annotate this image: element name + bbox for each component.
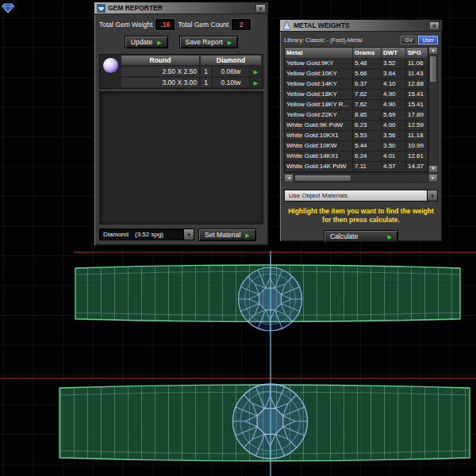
metal-spg: 12.61 [406,152,428,162]
gem-row-select-button[interactable]: ▶ [250,77,262,88]
table-row[interactable]: Yellow Gold:18KY R... 7.62 4.90 15.41 [285,100,428,110]
gem-table: Round Diamond 2.50 X 2.50 1 0.06tw ▶ 3.0… [99,54,263,89]
table-row[interactable]: White Gold:9K PdW 6.23 4.00 12.59 [285,121,428,131]
table-row[interactable]: Yellow Gold:22KY 8.85 5.69 17.89 [285,110,428,121]
metal-grams: 5.53 [353,131,382,141]
gem-reporter-titlebar[interactable]: GEM REPORTER × [94,2,268,14]
table-row[interactable]: Yellow Gold:9KY 5.48 3.52 11.06 [285,59,428,69]
total-gem-count-label: Total Gem Count [178,21,228,29]
metal-dwt: 4.10 [382,79,406,90]
metal-grams: 5.44 [353,141,382,152]
user-button[interactable]: User [418,36,438,44]
play-icon: ▶ [254,69,258,75]
library-row: Library: Classic - (Fast)-Metal GV User [284,34,438,47]
metal-dwt: 3.52 [382,59,406,69]
report-output-area [99,91,263,225]
gem-row-total-weight[interactable]: 0.10tw [212,77,250,88]
metal-dwt: 4.90 [382,90,406,100]
metal-grams: 6.23 [353,121,382,131]
column-header-round[interactable]: Round [121,55,200,66]
metal-dwt: 3.50 [382,141,406,152]
table-row[interactable]: Yellow Gold:10KY 5.66 3.64 11.43 [285,69,428,79]
metal-weights-window: METAL WEIGHTS × Library: Classic - (Fast… [279,19,443,242]
scroll-thumb[interactable] [429,56,437,83]
vertical-scrollbar[interactable]: ▲ ▼ [428,47,438,173]
metal-grams: 7.11 [353,162,382,172]
metal-dwt: 4.00 [382,121,406,131]
metal-spg: 12.88 [406,79,428,90]
metal-spg: 11.18 [406,131,428,141]
metal-dwt: 4.90 [382,100,406,110]
gv-button[interactable]: GV [401,36,416,44]
scroll-track[interactable] [428,55,438,165]
close-icon[interactable]: × [429,21,440,30]
instruction-text: Highlight the item you want to find the … [286,207,436,225]
metal-grams: 7.62 [353,100,382,110]
metal-dwt: 4.57 [382,162,406,172]
material-spg: (3.52 spg) [135,231,163,238]
chevron-down-icon[interactable]: ▼ [183,229,194,240]
save-report-button[interactable]: Save Report ▶ [179,36,239,48]
gem-reporter-buttons: Update ▶ Save Report ▶ [99,34,263,54]
horizontal-scrollbar[interactable]: ◄ ► [284,174,438,182]
close-icon[interactable]: × [255,4,266,13]
metal-name: White Gold:14KX1 [285,152,353,162]
scroll-thumb[interactable] [294,175,351,182]
use-object-materials-dropdown[interactable]: Use Object Materials ▼ [284,190,438,202]
gem-reporter-body: Total Gem Weight .16 Total Gem Count 2 U… [94,14,268,245]
update-button-label: Update [131,38,152,46]
gem-row-total-weight[interactable]: 0.06tw [212,66,250,77]
metal-weights-titlebar[interactable]: METAL WEIGHTS × [280,20,442,32]
column-header-dwt[interactable]: DWT [382,48,406,59]
metal-dwt: 5.69 [382,110,406,121]
update-button[interactable]: Update ▶ [125,36,168,48]
total-gem-weight-value[interactable]: .16 [155,19,175,30]
play-icon: ▶ [254,80,258,86]
calculate-button[interactable]: Calculate ▶ [324,230,398,243]
metal-spg: 11.43 [406,69,428,79]
table-row[interactable]: Yellow Gold:18KY 7.62 4.90 15.41 [285,90,428,100]
column-header-grams[interactable]: Grams [353,48,382,59]
table-row[interactable]: White Gold:10KW 5.44 3.50 10.99 [285,141,428,152]
gem-row-select-button[interactable]: ▶ [250,66,262,77]
metal-grams: 6.37 [353,79,382,90]
table-row[interactable]: White Gold:10KX1 5.53 3.56 11.18 [285,131,428,141]
gem-row-count[interactable]: 1 [200,77,212,88]
metal-grams: 5.48 [353,59,382,69]
scroll-track[interactable] [294,174,428,182]
play-icon: ▶ [245,232,249,238]
column-header-spg[interactable]: SPG [406,48,428,59]
metal-name: Yellow Gold:14KY [285,79,353,90]
chevron-down-icon[interactable]: ▼ [427,190,437,201]
scroll-left-icon[interactable]: ◄ [284,174,294,182]
table-row[interactable]: White Gold:14KX1 6.24 4.01 12.61 [285,152,428,162]
play-icon: ▶ [388,234,392,240]
play-icon: ▶ [157,40,161,45]
metal-spg: 10.99 [406,141,428,152]
total-gem-count-value[interactable]: 2 [232,19,251,30]
window-title: METAL WEIGHTS [294,21,350,29]
metal-name: Yellow Gold:9KY [285,59,353,69]
metal-dwt: 3.64 [382,69,406,79]
set-material-button[interactable]: Set Material ▶ [198,228,256,241]
metal-spg: 17.89 [406,110,428,121]
metal-name: White Gold:10KX1 [285,131,353,141]
gem-thumbnail-cell [100,55,121,88]
gem-row-size[interactable]: 3.00 X 3.00 [121,77,200,88]
material-dropdown[interactable]: Diamond (3.52 spg) ▼ [99,228,194,240]
column-header-diamond[interactable]: Diamond [200,55,262,66]
gem-row-count[interactable]: 1 [200,66,212,77]
metal-spg: 12.59 [406,121,428,131]
gem-thumbnail [103,58,118,73]
metal-table: Metal Grams DWT SPG Yellow Gold:9KY 5.48… [284,47,428,173]
metal-grams: 5.66 [353,69,382,79]
scroll-down-icon[interactable]: ▼ [428,165,438,173]
scroll-right-icon[interactable]: ► [428,174,438,182]
table-row[interactable]: Yellow Gold:14KY 6.37 4.10 12.88 [285,79,428,90]
metal-table-wrap: Metal Grams DWT SPG Yellow Gold:9KY 5.48… [284,47,438,173]
gem-row-size[interactable]: 2.50 X 2.50 [121,66,200,77]
column-header-metal[interactable]: Metal [285,48,353,59]
app-stage: GEM REPORTER × Total Gem Weight .16 Tota… [0,0,476,476]
scroll-up-icon[interactable]: ▲ [428,47,438,55]
table-row[interactable]: White Gold:14K PdW 7.11 4.57 14.37 [285,162,428,172]
